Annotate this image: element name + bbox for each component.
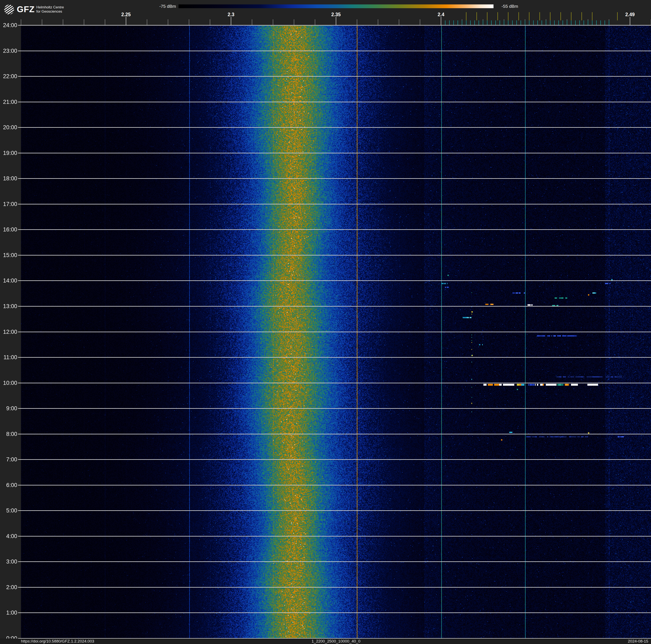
wifi-channel-tick bbox=[592, 12, 592, 20]
hour-label: 12:00 bbox=[0, 328, 17, 335]
freq-major-tick bbox=[630, 17, 630, 25]
ble-channel-tick bbox=[604, 20, 605, 25]
wifi-channel-tick bbox=[519, 12, 519, 20]
freq-tick-label: 2.3 bbox=[216, 12, 246, 18]
freq-minor-tick bbox=[105, 19, 105, 25]
ble-channel-tick bbox=[533, 20, 534, 25]
ble-channel-tick bbox=[575, 20, 576, 25]
ble-channel-tick bbox=[454, 20, 454, 25]
hour-label: 17:00 bbox=[0, 201, 17, 207]
freq-minor-tick bbox=[168, 19, 168, 25]
wifi-channel-tick bbox=[560, 12, 561, 20]
ble-channel-tick bbox=[508, 20, 508, 25]
ble-channel-tick bbox=[592, 20, 592, 25]
freq-minor-tick bbox=[210, 19, 210, 25]
wifi-channel-tick bbox=[550, 12, 550, 20]
ble-channel-tick bbox=[449, 20, 450, 25]
ble-channel-tick bbox=[474, 20, 475, 25]
ble-channel-tick bbox=[478, 20, 479, 25]
freq-major-tick bbox=[126, 17, 126, 25]
ble-channel-tick bbox=[525, 20, 525, 25]
hour-label: 10:00 bbox=[0, 380, 17, 386]
ble-channel-tick bbox=[521, 20, 521, 25]
hour-label: 1:00 bbox=[0, 609, 17, 616]
ble-channel-tick bbox=[537, 20, 538, 25]
wifi-channel-tick bbox=[582, 12, 582, 20]
ble-channel-tick bbox=[529, 20, 529, 25]
ble-channel-tick bbox=[550, 20, 550, 25]
hour-label: 11:00 bbox=[0, 354, 17, 361]
wifi-channel-tick bbox=[539, 12, 540, 20]
wifi-channel-tick bbox=[476, 12, 477, 20]
ble-channel-tick bbox=[554, 20, 555, 25]
ble-channel-tick bbox=[563, 20, 563, 25]
freq-minor-tick bbox=[21, 19, 21, 25]
ble-channel-tick bbox=[491, 20, 492, 25]
hour-label: 6:00 bbox=[0, 482, 17, 489]
hour-label: 8:00 bbox=[0, 431, 17, 437]
ble-channel-tick bbox=[470, 20, 471, 25]
freq-major-tick bbox=[441, 17, 441, 25]
ble-channel-tick bbox=[458, 20, 458, 25]
hour-label: 15:00 bbox=[0, 252, 17, 259]
ble-channel-tick bbox=[517, 20, 517, 25]
wifi-channel-tick bbox=[529, 12, 529, 20]
freq-minor-tick bbox=[378, 19, 378, 25]
hour-label: 18:00 bbox=[0, 175, 17, 182]
freq-major-tick bbox=[336, 17, 336, 25]
ble-channel-tick bbox=[571, 20, 571, 25]
ble-channel-tick bbox=[609, 20, 609, 25]
hour-label: 3:00 bbox=[0, 558, 17, 565]
wifi-channel-tick bbox=[487, 12, 488, 20]
hour-label: 16:00 bbox=[0, 226, 17, 233]
freq-minor-tick bbox=[315, 19, 315, 25]
ble-channel-tick bbox=[504, 20, 504, 25]
hour-label: 5:00 bbox=[0, 507, 17, 514]
hour-label: 19:00 bbox=[0, 150, 17, 156]
spectrogram-canvas bbox=[21, 25, 651, 638]
hour-label: 14:00 bbox=[0, 277, 17, 284]
hour-label: 21:00 bbox=[0, 98, 17, 105]
dataset-id-text: 1_2200_2500_10000_40_0 bbox=[312, 639, 360, 644]
hour-label: 4:00 bbox=[0, 533, 17, 539]
freq-minor-tick bbox=[357, 19, 357, 25]
ble-channel-tick bbox=[512, 20, 513, 25]
ble-channel-tick bbox=[466, 20, 466, 25]
freq-tick-label: 2.49 bbox=[615, 12, 645, 18]
ble-channel-tick bbox=[445, 20, 445, 25]
ble-channel-tick bbox=[579, 20, 580, 25]
ble-channel-tick bbox=[596, 20, 597, 25]
freq-minor-tick bbox=[42, 19, 42, 25]
wifi-channel-tick bbox=[617, 12, 618, 20]
freq-tick-label: 2.35 bbox=[321, 12, 351, 18]
ble-channel-tick bbox=[487, 20, 488, 25]
freq-minor-tick bbox=[252, 19, 252, 25]
spectrogram-plot-area bbox=[21, 25, 651, 638]
hour-label: 13:00 bbox=[0, 303, 17, 310]
freq-minor-tick bbox=[84, 19, 84, 25]
freq-minor-tick bbox=[399, 19, 399, 25]
doi-text: https://doi.org/10.5880/GFZ.1.2.2024.003 bbox=[21, 639, 94, 644]
ble-channel-tick bbox=[588, 20, 588, 25]
freq-tick-label: 2.25 bbox=[111, 12, 141, 18]
hour-label: 9:00 bbox=[0, 405, 17, 412]
ble-channel-tick bbox=[567, 20, 567, 25]
ble-channel-tick bbox=[558, 20, 559, 25]
freq-minor-tick bbox=[189, 19, 189, 25]
date-text: 2024-08-15 bbox=[628, 639, 648, 644]
freq-minor-tick bbox=[420, 19, 420, 25]
wifi-channel-tick bbox=[466, 12, 466, 20]
ble-channel-tick bbox=[462, 20, 462, 25]
ble-channel-tick bbox=[483, 20, 483, 25]
wifi-channel-tick bbox=[497, 12, 498, 20]
spectrogram-page: { "page": {"background": "#232323", "foo… bbox=[0, 0, 651, 644]
freq-minor-tick bbox=[63, 19, 63, 25]
hour-label: 2:00 bbox=[0, 584, 17, 591]
ble-channel-tick bbox=[546, 20, 546, 25]
wifi-channel-tick bbox=[508, 12, 508, 20]
hour-label: 22:00 bbox=[0, 73, 17, 80]
ble-channel-tick bbox=[600, 20, 601, 25]
footer-bar: https://doi.org/10.5880/GFZ.1.2.2024.003… bbox=[0, 639, 651, 644]
freq-minor-tick bbox=[294, 19, 294, 25]
hour-label: 20:00 bbox=[0, 124, 17, 131]
